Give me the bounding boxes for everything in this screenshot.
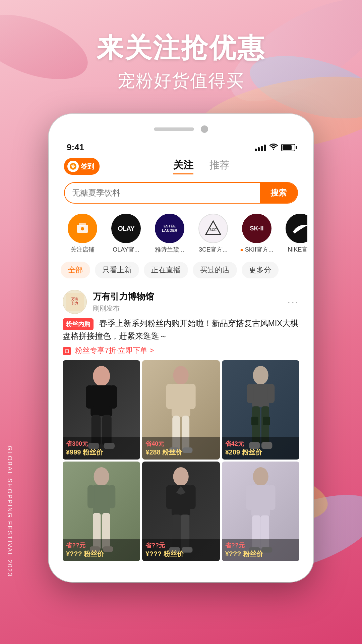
svg-point-18	[173, 366, 189, 385]
headline-line2: 宠粉好货值得买	[0, 69, 362, 93]
product-save-3: 省42元	[225, 440, 296, 448]
product-item-2[interactable]: 省40元 ¥288 粉丝价	[142, 360, 220, 460]
fan-badge: 粉丝内购	[63, 318, 94, 330]
search-button[interactable]: 搜索	[260, 183, 297, 203]
card-username: 万有引力博物馆	[93, 291, 287, 303]
svg-rect-3	[79, 223, 86, 226]
product-price-4: ¥??? 粉丝价	[66, 549, 137, 558]
product-item-1[interactable]: 省300元 ¥999 粉丝价	[63, 360, 140, 460]
product-price-3: ¥209 粉丝价	[225, 448, 296, 457]
fan-discount[interactable]: ⊡ 粉丝专享7折·立即下单 >	[63, 345, 299, 356]
shop-item-nike[interactable]: NIKE官...	[279, 214, 307, 254]
svg-point-26	[253, 366, 268, 385]
shop-name-follow: 关注店铺	[70, 246, 95, 254]
product-price-tag-6: 省??元 ¥??? 粉丝价	[222, 539, 299, 561]
product-price-5: ¥??? 粉丝价	[145, 549, 216, 558]
filter-new[interactable]: 只看上新	[95, 262, 139, 278]
svg-rect-27	[252, 384, 269, 407]
filter-tabs: 全部 只看上新 正在直播 买过的店 更多分	[55, 257, 307, 283]
battery-icon	[281, 144, 295, 151]
tab-recommend[interactable]: 推荐	[209, 158, 230, 174]
phone-screen: 9:41	[55, 138, 307, 572]
svg-rect-47	[166, 485, 173, 509]
product-price-6: ¥??? 粉丝价	[225, 549, 296, 558]
product-item-4[interactable]: 省??元 ¥??? 粉丝价	[63, 462, 140, 561]
svg-text:签: 签	[71, 164, 75, 169]
nav-tabs: 关注 推荐	[105, 158, 298, 174]
product-grid: 省300元 ¥999 粉丝价	[63, 360, 299, 561]
svg-rect-28	[247, 384, 254, 403]
tab-follow[interactable]: 关注	[173, 158, 193, 174]
shop-avatar-nike	[286, 214, 307, 243]
svg-point-36	[94, 467, 109, 486]
svg-rect-19	[172, 384, 190, 417]
status-bar: 9:41	[55, 138, 307, 155]
product-item-6[interactable]: 省??元 ¥??? 粉丝价	[222, 462, 299, 561]
status-time: 9:41	[67, 142, 84, 153]
search-input[interactable]	[65, 188, 260, 198]
checkin-button[interactable]: 签 签到	[64, 158, 100, 175]
product-price-tag-5: 省??元 ¥??? 粉丝价	[142, 539, 220, 561]
svg-point-53	[253, 467, 268, 486]
svg-rect-38	[87, 485, 95, 508]
product-item-5[interactable]: 省??元 ¥??? 粉丝价	[142, 462, 220, 561]
shop-avatar-olay: OLAY	[111, 214, 141, 243]
svg-rect-56	[268, 485, 275, 510]
shop-item-estee[interactable]: ESTÉE LAUDER 雅诗兰黛...	[148, 214, 191, 254]
wifi-icon	[269, 143, 278, 152]
svg-text:万有: 万有	[71, 297, 78, 301]
shop-avatar-follow	[68, 214, 97, 243]
card-desc-text: 春季上新系列粉丝内购开始啦！新品穿搭复古风MIX大棋盘格拼接撞色，赶紧来逛逛～	[63, 319, 298, 340]
shop-item-skii[interactable]: SK-II ● SKII官方...	[235, 214, 279, 254]
signal-icon	[255, 144, 266, 151]
card-more-button[interactable]: ···	[287, 296, 299, 308]
product-price-2: ¥288 粉丝价	[145, 448, 216, 457]
product-item-3[interactable]: 省42元 ¥209 粉丝价	[222, 360, 299, 460]
headline-section: 来关注抢优惠 宠粉好货值得买	[0, 30, 362, 93]
phone-camera	[201, 125, 208, 133]
svg-rect-32	[251, 417, 258, 425]
product-price-tag-2: 省40元 ¥288 粉丝价	[142, 437, 220, 460]
filter-bought[interactable]: 买过的店	[193, 262, 237, 278]
filter-more[interactable]: 更多分	[242, 262, 279, 278]
svg-rect-55	[246, 485, 253, 510]
search-bar-section: 搜索	[55, 179, 307, 208]
shop-item-3ce[interactable]: 3CE 3CE官方...	[191, 214, 235, 254]
product-save-2: 省40元	[145, 440, 216, 448]
feed-card: 万有 引力 万有引力博物馆 刚刚发布 ··· 粉丝内购 春季上新	[55, 283, 307, 566]
svg-rect-12	[86, 385, 94, 408]
filter-live[interactable]: 正在直播	[144, 262, 188, 278]
headline-line1: 来关注抢优惠	[0, 30, 362, 66]
svg-point-44	[173, 467, 189, 486]
card-description: 粉丝内购 春季上新系列粉丝内购开始啦！新品穿搭复古风MIX大棋盘格拼接撞色，赶紧…	[63, 317, 299, 342]
product-save-1: 省300元	[66, 440, 137, 448]
side-text: GLOBAL SHOPPING FESTIVAL 2023	[6, 446, 13, 577]
product-save-5: 省??元	[145, 541, 216, 549]
svg-rect-13	[109, 385, 117, 408]
phone-frame: 9:41	[49, 114, 313, 582]
card-header: 万有 引力 万有引力博物馆 刚刚发布 ···	[63, 290, 299, 314]
card-user-info: 万有引力博物馆 刚刚发布	[93, 291, 287, 313]
product-save-6: 省??元	[225, 541, 296, 549]
shop-item-olay[interactable]: OLAY OLAY官...	[104, 214, 148, 254]
svg-rect-48	[189, 485, 196, 509]
search-bar[interactable]: 搜索	[64, 182, 298, 204]
svg-text:3CE: 3CE	[209, 228, 217, 232]
shop-name-3ce: 3CE官方...	[199, 246, 228, 254]
phone-mockup: 9:41	[49, 114, 313, 582]
discount-icon: ⊡	[63, 347, 71, 355]
product-price-tag-1: 省300元 ¥999 粉丝价	[63, 437, 140, 460]
app-header: 签 签到 关注 推荐	[55, 155, 307, 179]
svg-point-10	[93, 366, 110, 386]
shop-name-nike: NIKE官...	[288, 246, 307, 254]
svg-rect-39	[108, 485, 115, 508]
shops-row: 关注店铺 OLAY OLAY官... ESTÉE LAUDER 雅诗兰黛...	[55, 208, 307, 257]
filter-all[interactable]: 全部	[61, 262, 90, 278]
product-price-tag-4: 省??元 ¥??? 粉丝价	[63, 539, 140, 561]
shop-avatar-skii: SK-II	[242, 214, 272, 243]
product-save-4: 省??元	[66, 541, 137, 549]
svg-rect-37	[93, 485, 110, 514]
shop-name-skii: ● SKII官方...	[240, 246, 274, 254]
shop-item-follow[interactable]: 关注店铺	[61, 214, 104, 254]
shop-avatar-estee: ESTÉE LAUDER	[155, 214, 184, 243]
